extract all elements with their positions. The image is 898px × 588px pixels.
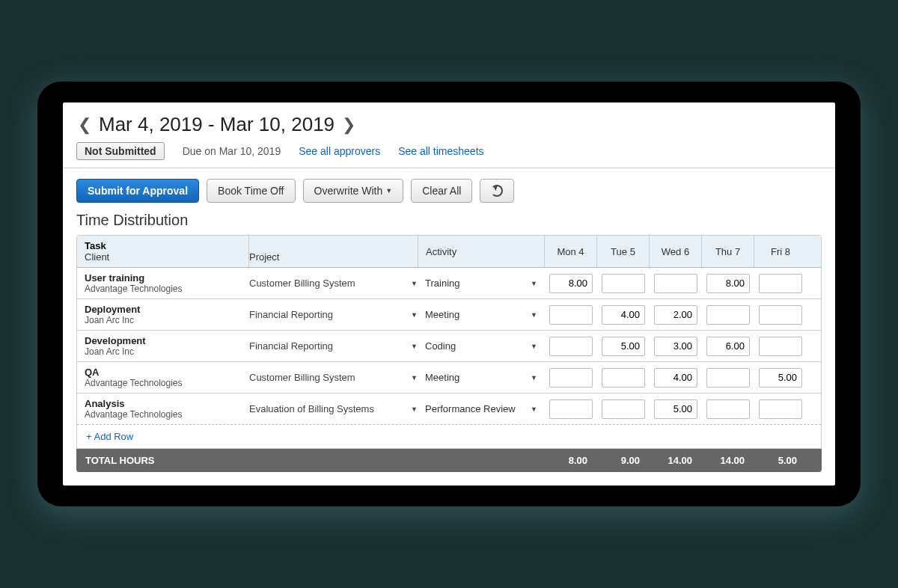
project-name: Customer Billing System [249, 278, 355, 289]
client-name: Advantage Technologies [85, 409, 242, 420]
hour-input[interactable] [706, 337, 750, 356]
hour-input[interactable] [549, 337, 593, 356]
total-1: 9.00 [596, 449, 649, 472]
hour-input[interactable] [706, 368, 750, 388]
project-name: Financial Reporting [249, 309, 333, 320]
hour-input[interactable] [602, 337, 645, 356]
timesheet-grid: Task Client Project Activity Mon 4 Tue 5… [76, 235, 822, 449]
task-name: Deployment [85, 304, 242, 315]
chevron-down-icon: ▼ [385, 187, 392, 195]
chevron-down-icon[interactable]: ▼ [411, 374, 418, 382]
chevron-down-icon[interactable]: ▼ [411, 405, 418, 413]
table-row: QAAdvantage TechnologiesCustomer Billing… [77, 362, 821, 393]
app-screen: ❮ Mar 4, 2019 - Mar 10, 2019 ❯ Not Submi… [63, 102, 835, 486]
chevron-down-icon[interactable]: ▼ [531, 343, 537, 350]
table-row: AnalysisAdvantage TechnologiesEvaluation… [77, 393, 821, 425]
project-name: Customer Billing System [249, 372, 355, 383]
hour-input[interactable] [759, 368, 802, 388]
col-activity: Activity [418, 236, 545, 267]
refresh-button[interactable] [480, 179, 514, 203]
total-3: 14.00 [701, 449, 754, 472]
task-name: User training [85, 272, 242, 284]
hour-input[interactable] [654, 399, 697, 419]
task-name: Development [85, 335, 242, 346]
client-name: Advantage Technologies [85, 378, 242, 388]
total-4: 5.00 [754, 449, 806, 472]
chevron-down-icon[interactable]: ▼ [411, 280, 418, 287]
project-name: Financial Reporting [249, 340, 333, 352]
header: ❮ Mar 4, 2019 - Mar 10, 2019 ❯ Not Submi… [63, 102, 835, 168]
hour-input[interactable] [602, 399, 645, 419]
hour-input[interactable] [759, 399, 802, 419]
hour-input[interactable] [549, 274, 593, 293]
col-day-3: Thu 7 [702, 236, 754, 267]
client-name: Joan Arc Inc [85, 315, 242, 325]
table-row: DeploymentJoan Arc IncFinancial Reportin… [77, 299, 821, 331]
activity-name: Meeting [425, 372, 459, 383]
table-row: User trainingAdvantage TechnologiesCusto… [77, 268, 821, 299]
hour-input[interactable] [602, 274, 645, 293]
col-day-1: Tue 5 [597, 236, 650, 267]
col-day-4: Fri 8 [754, 236, 807, 267]
toolbar: Submit for Approval Book Time Off Overwr… [63, 168, 835, 207]
total-label: TOTAL HOURS [76, 449, 544, 472]
hour-input[interactable] [759, 305, 802, 325]
hour-input[interactable] [549, 368, 593, 388]
chevron-down-icon[interactable]: ▼ [531, 405, 537, 413]
activity-name: Meeting [425, 309, 459, 320]
see-approvers-link[interactable]: See all approvers [299, 145, 380, 157]
client-name: Joan Arc Inc [85, 346, 242, 357]
task-name: Analysis [85, 398, 242, 409]
hour-input[interactable] [759, 337, 802, 356]
see-timesheets-link[interactable]: See all timesheets [398, 145, 483, 157]
hour-input[interactable] [602, 368, 645, 388]
status-badge: Not Submitted [76, 142, 165, 160]
total-0: 8.00 [544, 449, 596, 472]
hour-input[interactable] [654, 274, 697, 293]
hour-input[interactable] [706, 274, 750, 293]
tablet-frame: ❮ Mar 4, 2019 - Mar 10, 2019 ❯ Not Submi… [37, 82, 861, 506]
activity-name: Coding [425, 340, 456, 352]
total-row: TOTAL HOURS 8.00 9.00 14.00 14.00 5.00 [76, 449, 822, 472]
hour-input[interactable] [654, 368, 697, 388]
chevron-down-icon[interactable]: ▼ [411, 343, 418, 350]
hour-input[interactable] [549, 399, 593, 419]
activity-name: Performance Review [425, 403, 516, 414]
next-week-icon[interactable]: ❯ [340, 115, 357, 135]
hour-input[interactable] [549, 305, 593, 325]
col-client: Client [85, 251, 241, 263]
hour-input[interactable] [759, 274, 802, 293]
hour-input[interactable] [706, 399, 750, 419]
table-row: DevelopmentJoan Arc IncFinancial Reporti… [77, 331, 821, 362]
book-time-off-button[interactable]: Book Time Off [207, 179, 295, 203]
overwrite-label: Overwrite With [314, 185, 383, 197]
client-name: Advantage Technologies [85, 284, 242, 294]
overwrite-with-button[interactable]: Overwrite With ▼ [303, 179, 404, 203]
hour-input[interactable] [654, 305, 697, 325]
chevron-down-icon[interactable]: ▼ [411, 311, 418, 319]
add-row-link[interactable]: + Add Row [77, 425, 821, 448]
grid-header: Task Client Project Activity Mon 4 Tue 5… [77, 236, 821, 268]
project-name: Evaluation of Billing Systems [249, 403, 374, 414]
total-2: 14.00 [649, 449, 701, 472]
due-text: Due on Mar 10, 2019 [183, 145, 281, 157]
col-project: Project [249, 236, 418, 267]
activity-name: Training [425, 278, 459, 289]
date-range: Mar 4, 2019 - Mar 10, 2019 [99, 113, 335, 136]
section-title: Time Distribution [63, 207, 835, 235]
col-task: Task [85, 240, 241, 251]
col-day-0: Mon 4 [545, 236, 597, 267]
hour-input[interactable] [602, 305, 645, 325]
clear-all-button[interactable]: Clear All [411, 179, 472, 203]
hour-input[interactable] [706, 305, 750, 325]
hour-input[interactable] [654, 337, 697, 356]
task-name: QA [85, 367, 242, 378]
chevron-down-icon[interactable]: ▼ [531, 311, 537, 319]
chevron-down-icon[interactable]: ▼ [531, 280, 537, 287]
submit-button[interactable]: Submit for Approval [76, 179, 199, 203]
refresh-icon [491, 185, 503, 197]
prev-week-icon[interactable]: ❮ [76, 115, 93, 135]
chevron-down-icon[interactable]: ▼ [531, 374, 537, 382]
col-day-2: Wed 6 [650, 236, 702, 267]
